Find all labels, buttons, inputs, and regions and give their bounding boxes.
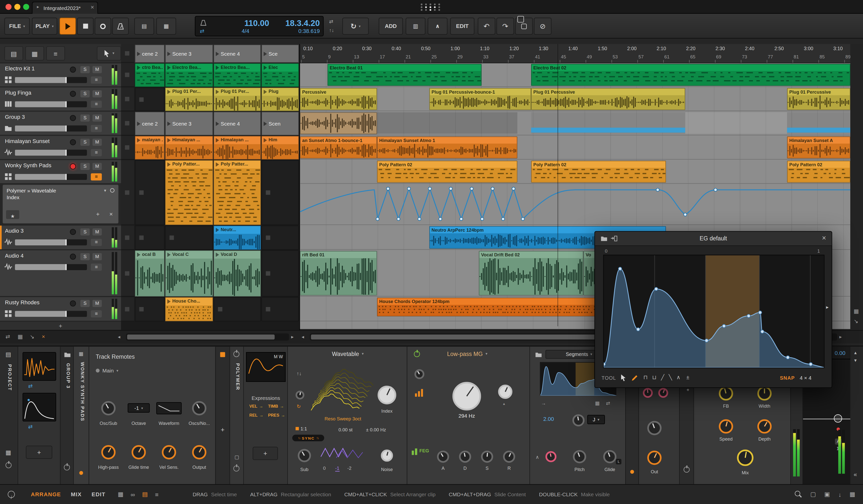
mute-button[interactable]: M xyxy=(92,114,102,122)
group-rail-label[interactable]: GROUP 3 xyxy=(64,363,71,389)
package-icon[interactable]: ▣ xyxy=(824,491,830,498)
modulator-thumb-lfo[interactable] xyxy=(23,352,56,381)
phase-loop-icon[interactable]: ↻ xyxy=(297,404,301,410)
solo-button[interactable]: S xyxy=(80,300,90,307)
search-icon[interactable] xyxy=(795,491,802,498)
launcher-clip-himalayan[interactable]: Himalayan ... xyxy=(213,136,261,160)
empty-clip-slot[interactable] xyxy=(165,226,213,250)
scene-play-icon[interactable] xyxy=(137,51,140,56)
launcher-clip-plug-01-per[interactable]: Plug 01 Per... xyxy=(213,87,261,111)
mute-button[interactable]: M xyxy=(92,66,102,73)
project-rail-label[interactable]: PROJECT xyxy=(5,364,13,391)
launcher-scrollbar-thumb[interactable] xyxy=(127,335,275,340)
add-button[interactable]: ADD xyxy=(378,18,403,35)
mute-button[interactable]: M xyxy=(92,253,102,260)
mute-button[interactable]: M xyxy=(92,300,102,307)
record-arm-button[interactable] xyxy=(70,67,76,73)
scene-play-icon[interactable] xyxy=(264,51,267,56)
volume-slider[interactable] xyxy=(15,126,87,131)
pointer-tool-icon[interactable] xyxy=(620,374,626,381)
note-editor-button[interactable]: ▥ xyxy=(405,18,425,35)
mod-amount-knob[interactable] xyxy=(545,451,556,462)
solo-button[interactable]: S xyxy=(80,163,90,170)
remotes-page-selector[interactable]: Main ▾ xyxy=(96,367,118,374)
clip-play-icon[interactable] xyxy=(167,90,171,94)
power-icon[interactable] xyxy=(5,462,12,468)
track-menu-button[interactable]: ≡ xyxy=(91,125,102,132)
empty-clip-slot[interactable] xyxy=(135,226,165,250)
plus-minus-icon[interactable]: ± xyxy=(686,374,689,380)
record-arm-button[interactable] xyxy=(70,229,76,235)
zoom-icon[interactable]: ▦ xyxy=(854,308,859,314)
transpose-icon[interactable]: ↑↓ xyxy=(297,371,302,376)
d-envelope-knob[interactable] xyxy=(459,451,471,463)
stop-clips-button[interactable] xyxy=(121,226,134,250)
track-menu-button[interactable]: ≡ xyxy=(91,101,102,108)
sync-toggle[interactable]: ↑↓ SYNC ↑↓ xyxy=(292,434,324,441)
empty-clip-slot[interactable] xyxy=(261,250,299,297)
link-icon[interactable]: ∞ xyxy=(130,491,135,497)
segments-rate-knob[interactable] xyxy=(572,414,584,426)
add-modulator-button[interactable]: + xyxy=(253,447,278,460)
info-icon[interactable]: i xyxy=(8,491,15,498)
cutoff-knob[interactable] xyxy=(452,382,481,411)
launcher-clip-elec[interactable]: Elec xyxy=(261,63,299,87)
stop-clips-button[interactable] xyxy=(121,63,134,87)
oscillator-type-selector[interactable]: Wavetable ▾ xyxy=(312,351,384,357)
pres-expression-source[interactable]: PRES→ xyxy=(268,413,285,418)
redo-button[interactable]: ↷ xyxy=(497,18,514,35)
clip-play-icon[interactable] xyxy=(167,138,171,142)
volume-slider[interactable] xyxy=(15,150,87,156)
volume-slider[interactable] xyxy=(15,77,87,83)
arranger-clip-poly-pattern-02[interactable]: Poly Pattern 02 xyxy=(787,161,850,183)
high-pass-knob[interactable] xyxy=(101,445,116,459)
clip-play-icon[interactable] xyxy=(167,299,171,304)
macos-close-button[interactable] xyxy=(5,4,12,10)
filter-mini-knob[interactable] xyxy=(414,369,425,379)
arranger-scrollbar-left-arrow[interactable]: ◂ xyxy=(302,334,304,340)
track-header-plug-finga[interactable]: Plug FingaSM≡ xyxy=(0,87,121,111)
scene-header-cene-2[interactable]: cene 2 xyxy=(135,45,165,63)
caret-down-icon[interactable]: ▾ xyxy=(104,188,107,193)
clip-play-icon[interactable] xyxy=(167,121,171,126)
volume-slider[interactable] xyxy=(15,311,87,317)
clip-play-icon[interactable] xyxy=(264,121,267,126)
tap-tempo-icon[interactable]: ⇄ xyxy=(200,28,204,34)
track-header-himalayan-sunset[interactable]: Himalayan SunsetSM≡ xyxy=(0,136,121,160)
down-icon[interactable]: ▾ xyxy=(854,358,857,363)
scene-play-icon[interactable] xyxy=(167,51,171,56)
solo-button[interactable]: S xyxy=(80,90,90,97)
cutoff-value[interactable]: 294 Hz xyxy=(450,413,483,419)
clip-play-icon[interactable] xyxy=(137,138,140,142)
clip-play-icon[interactable] xyxy=(137,253,140,257)
arranger-clip-poly-pattern-02[interactable]: Poly Pattern 02 xyxy=(377,161,517,183)
clip-play-icon[interactable] xyxy=(264,138,267,142)
scene-header-scene-3[interactable]: Scene 3 xyxy=(165,45,213,63)
track-menu-button[interactable]: ≡ xyxy=(91,149,102,156)
sub-octave-display[interactable] xyxy=(320,445,365,461)
keyboard-icon[interactable]: ▦ xyxy=(850,491,855,498)
mixer-icon[interactable]: ≡ xyxy=(155,491,159,497)
mute-button[interactable]: M xyxy=(92,163,102,170)
follow-playhead-icon[interactable]: ↘ xyxy=(30,333,34,340)
noise-knob[interactable] xyxy=(381,450,393,462)
launcher-clip-house-cho[interactable]: House Cho... xyxy=(165,297,213,321)
step2-shape-icon[interactable]: ⊔ xyxy=(652,374,656,380)
list-view-button[interactable]: ≡ xyxy=(46,46,65,60)
device-power-button[interactable] xyxy=(234,351,239,357)
arranger-clip-poly-pattern-02[interactable]: Poly Pattern 02 xyxy=(531,161,666,183)
rel-expression-source[interactable]: REL→ xyxy=(249,413,263,418)
arranger-clip-himalayan-sunset-atmo-1[interactable]: Himalayan Sunset Atmo 1 xyxy=(377,137,517,159)
arranger-clip-clip[interactable] xyxy=(300,112,377,134)
mute-button[interactable]: M xyxy=(92,228,102,236)
delete-button[interactable]: ⊘ xyxy=(534,18,552,35)
mod-2-knob[interactable] xyxy=(658,388,668,398)
power-icon[interactable] xyxy=(64,464,70,470)
glide-time-knob[interactable] xyxy=(132,445,146,459)
loop-icon[interactable]: ⇄ xyxy=(606,401,610,406)
record-arm-button[interactable] xyxy=(70,254,76,260)
scene-header-sce[interactable]: Sce xyxy=(261,45,299,63)
launcher-scrollbar-track[interactable] xyxy=(126,333,289,341)
filter-power-button[interactable] xyxy=(414,351,420,357)
triangle-shape-icon[interactable]: ∧ xyxy=(676,374,680,380)
